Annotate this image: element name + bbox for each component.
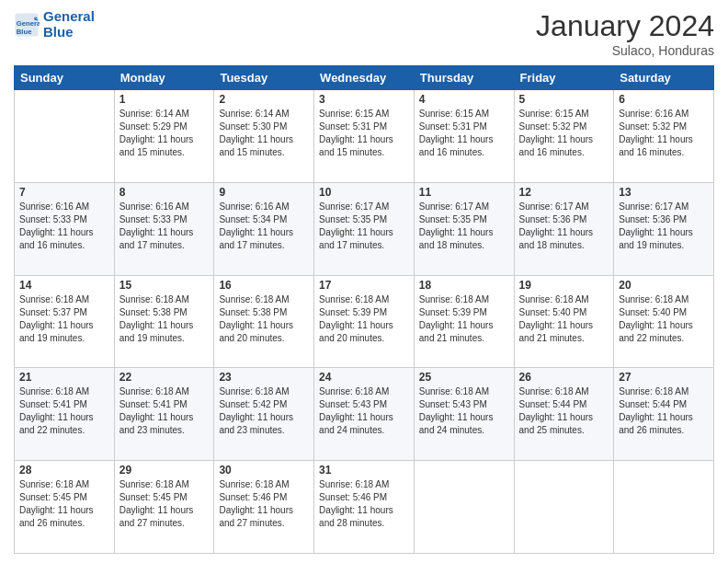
day-number: 3 bbox=[319, 93, 409, 106]
weekday-header-saturday: Saturday bbox=[614, 66, 714, 90]
day-info: Sunrise: 6:18 AM Sunset: 5:44 PM Dayligh… bbox=[619, 385, 709, 437]
day-info: Sunrise: 6:18 AM Sunset: 5:38 PM Dayligh… bbox=[219, 293, 309, 345]
day-number: 16 bbox=[219, 279, 309, 292]
calendar-cell: 27Sunrise: 6:18 AM Sunset: 5:44 PM Dayli… bbox=[614, 368, 714, 461]
day-info: Sunrise: 6:15 AM Sunset: 5:32 PM Dayligh… bbox=[519, 108, 609, 159]
day-number: 21 bbox=[19, 371, 109, 384]
calendar-cell: 1Sunrise: 6:14 AM Sunset: 5:29 PM Daylig… bbox=[114, 90, 214, 183]
calendar-week-3: 21Sunrise: 6:18 AM Sunset: 5:41 PM Dayli… bbox=[15, 368, 714, 461]
day-info: Sunrise: 6:16 AM Sunset: 5:34 PM Dayligh… bbox=[219, 201, 309, 252]
calendar-cell: 4Sunrise: 6:15 AM Sunset: 5:31 PM Daylig… bbox=[414, 90, 514, 183]
day-info: Sunrise: 6:18 AM Sunset: 5:41 PM Dayligh… bbox=[19, 385, 109, 437]
day-info: Sunrise: 6:14 AM Sunset: 5:30 PM Dayligh… bbox=[219, 108, 309, 159]
calendar-cell bbox=[414, 461, 514, 554]
day-info: Sunrise: 6:14 AM Sunset: 5:29 PM Dayligh… bbox=[119, 108, 210, 159]
day-number: 26 bbox=[519, 371, 609, 384]
day-info: Sunrise: 6:18 AM Sunset: 5:45 PM Dayligh… bbox=[19, 478, 109, 530]
calendar-cell: 9Sunrise: 6:16 AM Sunset: 5:34 PM Daylig… bbox=[214, 182, 314, 275]
day-number: 9 bbox=[219, 186, 309, 199]
day-number: 15 bbox=[119, 279, 210, 292]
calendar-cell: 20Sunrise: 6:18 AM Sunset: 5:40 PM Dayli… bbox=[614, 275, 714, 368]
day-number: 7 bbox=[19, 186, 109, 199]
calendar-cell bbox=[614, 461, 714, 554]
calendar-cell: 5Sunrise: 6:15 AM Sunset: 5:32 PM Daylig… bbox=[514, 90, 614, 183]
calendar-cell bbox=[15, 90, 115, 183]
calendar-cell: 28Sunrise: 6:18 AM Sunset: 5:45 PM Dayli… bbox=[15, 461, 115, 554]
day-number: 13 bbox=[619, 186, 709, 199]
calendar-cell: 17Sunrise: 6:18 AM Sunset: 5:39 PM Dayli… bbox=[314, 275, 415, 368]
day-info: Sunrise: 6:15 AM Sunset: 5:31 PM Dayligh… bbox=[319, 108, 409, 159]
calendar-cell: 3Sunrise: 6:15 AM Sunset: 5:31 PM Daylig… bbox=[314, 90, 415, 183]
calendar-week-2: 14Sunrise: 6:18 AM Sunset: 5:37 PM Dayli… bbox=[15, 275, 714, 368]
calendar-week-1: 7Sunrise: 6:16 AM Sunset: 5:33 PM Daylig… bbox=[15, 182, 714, 275]
day-info: Sunrise: 6:18 AM Sunset: 5:37 PM Dayligh… bbox=[19, 293, 109, 345]
title-block: January 2024 Sulaco, Honduras bbox=[536, 9, 714, 58]
day-info: Sunrise: 6:18 AM Sunset: 5:39 PM Dayligh… bbox=[419, 293, 509, 345]
day-info: Sunrise: 6:17 AM Sunset: 5:36 PM Dayligh… bbox=[619, 201, 709, 252]
day-info: Sunrise: 6:16 AM Sunset: 5:33 PM Dayligh… bbox=[19, 201, 109, 252]
month-title: January 2024 bbox=[536, 9, 714, 43]
calendar-cell: 13Sunrise: 6:17 AM Sunset: 5:36 PM Dayli… bbox=[614, 182, 714, 275]
day-number: 11 bbox=[419, 186, 509, 199]
day-info: Sunrise: 6:18 AM Sunset: 5:40 PM Dayligh… bbox=[619, 293, 709, 345]
calendar-cell: 15Sunrise: 6:18 AM Sunset: 5:38 PM Dayli… bbox=[114, 275, 214, 368]
day-info: Sunrise: 6:18 AM Sunset: 5:46 PM Dayligh… bbox=[319, 478, 409, 530]
day-number: 1 bbox=[119, 93, 210, 106]
day-info: Sunrise: 6:15 AM Sunset: 5:31 PM Dayligh… bbox=[419, 108, 509, 159]
day-info: Sunrise: 6:18 AM Sunset: 5:44 PM Dayligh… bbox=[519, 385, 609, 437]
day-info: Sunrise: 6:18 AM Sunset: 5:40 PM Dayligh… bbox=[519, 293, 609, 345]
day-number: 18 bbox=[419, 279, 509, 292]
day-number: 4 bbox=[419, 93, 509, 106]
calendar-cell: 10Sunrise: 6:17 AM Sunset: 5:35 PM Dayli… bbox=[314, 182, 415, 275]
calendar-cell: 24Sunrise: 6:18 AM Sunset: 5:43 PM Dayli… bbox=[314, 368, 415, 461]
day-number: 5 bbox=[519, 93, 609, 106]
calendar-cell: 12Sunrise: 6:17 AM Sunset: 5:36 PM Dayli… bbox=[514, 182, 614, 275]
day-number: 10 bbox=[319, 186, 409, 199]
calendar-cell: 25Sunrise: 6:18 AM Sunset: 5:43 PM Dayli… bbox=[414, 368, 514, 461]
day-number: 25 bbox=[419, 371, 509, 384]
calendar-cell: 22Sunrise: 6:18 AM Sunset: 5:41 PM Dayli… bbox=[114, 368, 214, 461]
page-container: General Blue General Blue January 2024 S… bbox=[0, 0, 728, 563]
logo: General Blue General Blue bbox=[14, 9, 95, 40]
calendar-cell: 16Sunrise: 6:18 AM Sunset: 5:38 PM Dayli… bbox=[214, 275, 314, 368]
calendar-cell: 7Sunrise: 6:16 AM Sunset: 5:33 PM Daylig… bbox=[15, 182, 115, 275]
day-number: 6 bbox=[619, 93, 709, 106]
weekday-header-row: SundayMondayTuesdayWednesdayThursdayFrid… bbox=[15, 66, 714, 90]
day-info: Sunrise: 6:17 AM Sunset: 5:35 PM Dayligh… bbox=[419, 201, 509, 252]
day-info: Sunrise: 6:18 AM Sunset: 5:41 PM Dayligh… bbox=[119, 385, 210, 437]
calendar-cell: 2Sunrise: 6:14 AM Sunset: 5:30 PM Daylig… bbox=[214, 90, 314, 183]
subtitle: Sulaco, Honduras bbox=[536, 43, 714, 58]
calendar-cell: 6Sunrise: 6:16 AM Sunset: 5:32 PM Daylig… bbox=[614, 90, 714, 183]
day-info: Sunrise: 6:18 AM Sunset: 5:38 PM Dayligh… bbox=[119, 293, 210, 345]
weekday-header-monday: Monday bbox=[114, 66, 214, 90]
day-info: Sunrise: 6:18 AM Sunset: 5:43 PM Dayligh… bbox=[319, 385, 409, 437]
logo-icon: General Blue bbox=[14, 12, 40, 38]
day-number: 30 bbox=[219, 464, 309, 477]
calendar-cell: 21Sunrise: 6:18 AM Sunset: 5:41 PM Dayli… bbox=[15, 368, 115, 461]
day-number: 27 bbox=[619, 371, 709, 384]
calendar-cell: 26Sunrise: 6:18 AM Sunset: 5:44 PM Dayli… bbox=[514, 368, 614, 461]
weekday-header-thursday: Thursday bbox=[414, 66, 514, 90]
day-number: 2 bbox=[219, 93, 309, 106]
day-number: 19 bbox=[519, 279, 609, 292]
calendar-week-0: 1Sunrise: 6:14 AM Sunset: 5:29 PM Daylig… bbox=[15, 90, 714, 183]
header: General Blue General Blue January 2024 S… bbox=[14, 9, 714, 58]
day-number: 14 bbox=[19, 279, 109, 292]
calendar-cell: 8Sunrise: 6:16 AM Sunset: 5:33 PM Daylig… bbox=[114, 182, 214, 275]
day-info: Sunrise: 6:18 AM Sunset: 5:45 PM Dayligh… bbox=[119, 478, 210, 530]
svg-text:Blue: Blue bbox=[17, 27, 32, 35]
logo-line1: General bbox=[43, 9, 95, 25]
calendar-cell: 11Sunrise: 6:17 AM Sunset: 5:35 PM Dayli… bbox=[414, 182, 514, 275]
svg-text:General: General bbox=[17, 19, 40, 28]
weekday-header-wednesday: Wednesday bbox=[314, 66, 415, 90]
calendar-cell: 29Sunrise: 6:18 AM Sunset: 5:45 PM Dayli… bbox=[114, 461, 214, 554]
day-info: Sunrise: 6:18 AM Sunset: 5:42 PM Dayligh… bbox=[219, 385, 309, 437]
day-info: Sunrise: 6:16 AM Sunset: 5:32 PM Dayligh… bbox=[619, 108, 709, 159]
calendar-cell: 30Sunrise: 6:18 AM Sunset: 5:46 PM Dayli… bbox=[214, 461, 314, 554]
day-number: 8 bbox=[119, 186, 210, 199]
day-info: Sunrise: 6:18 AM Sunset: 5:46 PM Dayligh… bbox=[219, 478, 309, 530]
day-number: 23 bbox=[219, 371, 309, 384]
day-number: 29 bbox=[119, 464, 210, 477]
calendar-cell bbox=[514, 461, 614, 554]
day-info: Sunrise: 6:17 AM Sunset: 5:35 PM Dayligh… bbox=[319, 201, 409, 252]
